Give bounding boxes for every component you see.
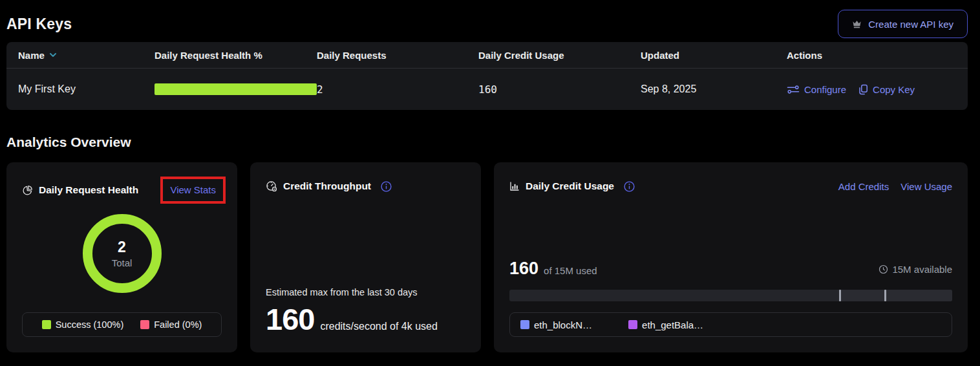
key-name: My First Key xyxy=(18,83,154,95)
table-header-row: Name Daily Request Health % Daily Reques… xyxy=(6,42,968,69)
spacer xyxy=(266,196,465,287)
eth-getbalance-swatch xyxy=(628,320,637,329)
eth-blocknumber-swatch xyxy=(520,320,529,329)
create-api-key-label: Create new API key xyxy=(868,19,953,30)
sliders-icon xyxy=(787,85,800,94)
api-keys-table: Name Daily Request Health % Daily Reques… xyxy=(6,42,968,110)
crown-icon xyxy=(852,19,862,28)
configure-label: Configure xyxy=(804,84,846,95)
card-title: Credit Throughput xyxy=(283,180,371,192)
analytics-cards: Daily Request Health View Stats 2 Total … xyxy=(6,162,968,352)
create-api-key-button[interactable]: Create new API key xyxy=(838,10,968,38)
card-header: Credit Throughput xyxy=(266,177,465,196)
card-title: Daily Credit Usage xyxy=(526,180,614,192)
copy-key-label: Copy Key xyxy=(873,84,915,95)
success-swatch xyxy=(42,320,51,329)
bar-chart-icon xyxy=(509,181,520,191)
view-stats-link[interactable]: View Stats xyxy=(170,184,216,195)
usage-stats-row: 160 of 15M used 15M available xyxy=(509,259,952,279)
bar-segment xyxy=(839,290,952,301)
legend-item-eth-getbalance: eth_getBala… xyxy=(628,319,703,330)
throughput-caption: Estimated max from the last 30 days xyxy=(266,287,465,297)
request-health-donut: 2 Total xyxy=(83,214,162,293)
daily-requests-value: 2 xyxy=(317,83,478,96)
configure-link[interactable]: Configure xyxy=(787,84,846,95)
used-summary: 160 of 15M used xyxy=(509,259,597,279)
bar-marker xyxy=(884,290,886,301)
throughput-unit: credits/second of 4k used xyxy=(320,321,437,332)
bar-marker xyxy=(839,290,841,301)
throughput-value-row: 160 credits/second of 4k used xyxy=(266,301,465,337)
gauge-icon xyxy=(266,180,277,192)
daily-credit-usage-value: 160 xyxy=(478,83,641,96)
success-label: Success (100%) xyxy=(56,319,124,330)
sort-chevron-icon[interactable] xyxy=(49,52,57,58)
eth-blocknumber-label: eth_blockN… xyxy=(534,319,592,330)
donut-total-value: 2 xyxy=(118,239,126,256)
card-header: Daily Request Health View Stats xyxy=(22,177,222,204)
donut-total-label: Total xyxy=(112,257,133,268)
throughput-value: 160 xyxy=(266,301,314,337)
column-health: Daily Request Health % xyxy=(154,50,317,61)
usage-legend: eth_blockN… eth_getBala… xyxy=(509,312,952,337)
updated-value: Sep 8, 2025 xyxy=(641,83,787,95)
donut-chart-wrap: 2 Total xyxy=(22,214,222,293)
health-legend: Success (100%) Failed (0%) xyxy=(22,312,222,337)
available-text: 15M available xyxy=(892,264,952,275)
card-title: Daily Request Health xyxy=(39,184,138,196)
analytics-overview-title: Analytics Overview xyxy=(6,135,968,150)
legend-item-eth-blocknumber: eth_blockN… xyxy=(520,319,592,330)
credit-throughput-card: Credit Throughput Estimated max from the… xyxy=(250,162,481,352)
page-title: API Keys xyxy=(6,16,72,33)
column-daily-credit-usage: Daily Credit Usage xyxy=(478,50,641,61)
daily-request-health-card: Daily Request Health View Stats 2 Total … xyxy=(6,162,237,352)
actions-cell: Configure Copy Key xyxy=(787,84,968,95)
view-stats-highlight-box: View Stats xyxy=(160,177,226,204)
info-icon[interactable] xyxy=(381,181,392,192)
info-icon[interactable] xyxy=(624,181,635,192)
health-bar xyxy=(154,83,317,95)
credit-usage-bar xyxy=(509,290,952,301)
used-caption: of 15M used xyxy=(544,265,597,276)
daily-credit-usage-card: Daily Credit Usage Add Credits View Usag… xyxy=(494,162,968,352)
used-value: 160 xyxy=(509,259,538,279)
table-row: My First Key 2 160 Sep 8, 2025 Configure xyxy=(6,69,968,110)
legend-item-failed: Failed (0%) xyxy=(140,319,202,330)
pie-chart-icon xyxy=(22,185,33,196)
eth-getbalance-label: eth_getBala… xyxy=(642,319,703,330)
health-bar-cell xyxy=(154,83,317,95)
card-header: Daily Credit Usage Add Credits View Usag… xyxy=(509,177,952,196)
column-daily-requests: Daily Requests xyxy=(317,50,478,61)
failed-swatch xyxy=(140,320,149,329)
usage-links: Add Credits View Usage xyxy=(838,181,952,192)
column-updated: Updated xyxy=(641,50,787,61)
copy-icon xyxy=(858,84,868,95)
topbar: API Keys Create new API key xyxy=(6,0,968,40)
available-summary: 15M available xyxy=(879,264,952,275)
legend-item-success: Success (100%) xyxy=(42,319,124,330)
copy-key-link[interactable]: Copy Key xyxy=(858,84,915,95)
column-name-label: Name xyxy=(18,50,45,61)
failed-label: Failed (0%) xyxy=(154,319,202,330)
view-usage-link[interactable]: View Usage xyxy=(900,181,952,192)
add-credits-link[interactable]: Add Credits xyxy=(838,181,889,192)
column-actions: Actions xyxy=(787,50,968,61)
column-name[interactable]: Name xyxy=(18,50,154,61)
clock-icon xyxy=(879,264,888,274)
dashboard-page: API Keys Create new API key Name Daily R… xyxy=(0,0,980,352)
